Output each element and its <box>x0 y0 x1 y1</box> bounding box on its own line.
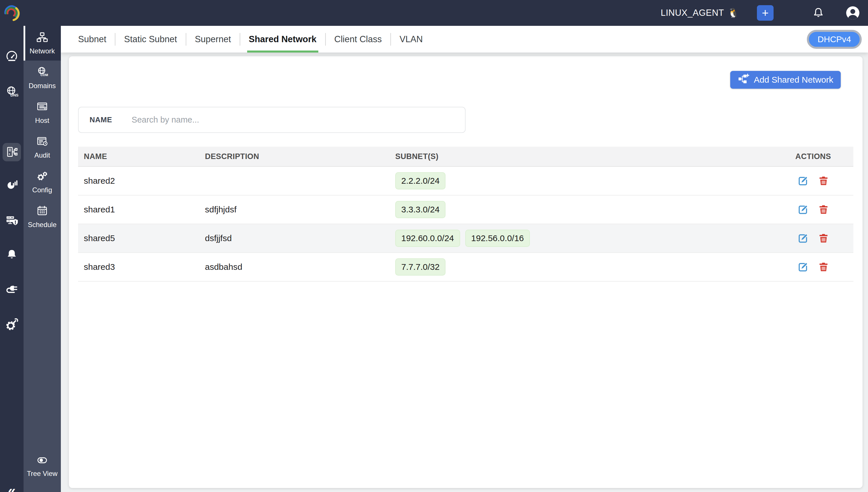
config-icon <box>36 170 48 183</box>
row-name: shared5 <box>78 233 205 243</box>
domains-icon: COM <box>36 66 48 79</box>
search-box: NAME <box>78 107 466 133</box>
topbar: LINUX_AGENT 🐧 + <box>0 0 868 26</box>
table-header: NAME DESCRIPTION SUBNET(S) ACTIONS <box>78 147 853 167</box>
sidebar-item-label: Network <box>30 47 55 55</box>
dns-icon[interactable]: DNS <box>0 85 24 99</box>
sidebar-item-label: Domains <box>29 82 56 90</box>
table-body: shared2 2.2.2.0/24 shared1 sdfjhjdsf 3.3… <box>78 167 853 281</box>
sidebar-item-tree-view[interactable]: Tree View <box>24 449 61 484</box>
column-header-description: DESCRIPTION <box>205 152 395 161</box>
tab-vlan[interactable]: VLAN <box>391 26 431 52</box>
row-actions <box>773 175 853 187</box>
sidebar-item-config[interactable]: Config <box>24 165 61 199</box>
table-row: shared5 dsfjjfsd 192.60.0.0/24192.56.0.0… <box>78 224 853 253</box>
dashboard-icon[interactable] <box>0 49 24 62</box>
tab-supernet[interactable]: Supernet <box>186 26 240 52</box>
row-actions <box>773 204 853 215</box>
sidebar-item-label: Host <box>35 117 49 125</box>
content-card: Add Shared Network NAME NAME DESCRIPTION… <box>69 56 863 488</box>
connections-plug-icon[interactable] <box>0 282 24 296</box>
column-header-actions: ACTIONS <box>773 152 853 161</box>
row-description: asdbahsd <box>205 262 395 272</box>
column-header-subnets: SUBNET(S) <box>395 152 773 161</box>
tabbar: SubnetStatic SubnetSupernetShared Networ… <box>61 26 868 52</box>
svg-text:DNS: DNS <box>10 93 18 97</box>
sidebar-item-domains[interactable]: COM Domains <box>24 60 61 95</box>
topbar-actions: LINUX_AGENT 🐧 + <box>661 5 868 21</box>
search-name-label: NAME <box>90 115 112 124</box>
row-subnets: 3.3.3.0/24 <box>395 201 773 218</box>
agent-label: LINUX_AGENT 🐧 <box>661 7 739 18</box>
shared-network-table: NAME DESCRIPTION SUBNET(S) ACTIONS share… <box>78 147 853 281</box>
row-name: shared3 <box>78 262 205 272</box>
subnet-chip: 2.2.2.0/24 <box>395 172 445 190</box>
edit-icon[interactable] <box>797 204 809 215</box>
column-header-name: NAME <box>78 152 205 161</box>
host-icon <box>36 101 48 114</box>
settings-gear-icon[interactable] <box>0 318 24 331</box>
delete-icon[interactable] <box>818 204 829 215</box>
main-content: SubnetStatic SubnetSupernetShared Networ… <box>61 26 868 492</box>
secondary-sidebar: Network COM Domains <box>24 26 61 492</box>
row-description: sdfjhjdsf <box>205 205 395 215</box>
sidebar-item-label: Tree View <box>27 470 58 478</box>
collapse-sidebar-icon[interactable]: « <box>0 484 24 492</box>
row-actions <box>773 232 853 244</box>
user-avatar[interactable] <box>846 6 860 20</box>
row-subnets: 192.60.0.0/24192.56.0.0/16 <box>395 230 773 247</box>
row-subnets: 2.2.2.0/24 <box>395 172 773 190</box>
row-name: shared2 <box>78 176 205 186</box>
subnet-chip: 3.3.3.0/24 <box>395 201 445 218</box>
row-actions <box>773 261 853 273</box>
sidebar-item-network[interactable]: Network <box>24 26 61 60</box>
add-shared-network-label: Add Shared Network <box>754 75 833 85</box>
edit-icon[interactable] <box>797 261 809 273</box>
tab-client-class[interactable]: Client Class <box>326 26 390 52</box>
penguin-icon: 🐧 <box>728 7 739 18</box>
tree-view-toggle-icon <box>36 454 48 467</box>
schedule-icon <box>36 205 48 218</box>
primary-sidebar: DNS <box>0 26 24 492</box>
delete-icon[interactable] <box>818 262 829 272</box>
row-subnets: 7.7.7.0/32 <box>395 259 773 275</box>
add-shared-network-button[interactable]: Add Shared Network <box>730 71 841 89</box>
edit-icon[interactable] <box>797 175 809 187</box>
tabs: SubnetStatic SubnetSupernetShared Networ… <box>70 26 431 52</box>
edit-icon[interactable] <box>797 232 809 244</box>
app-logo-icon[interactable] <box>0 5 24 21</box>
subnet-chip: 192.56.0.0/16 <box>465 230 530 247</box>
dhcp-mode-badge[interactable]: DHCPv4 <box>807 30 862 49</box>
table-row: shared2 2.2.2.0/24 <box>78 167 853 195</box>
sidebar-item-label: Config <box>32 186 52 194</box>
table-row: shared3 asdbahsd 7.7.7.0/32 <box>78 253 853 281</box>
audit-icon <box>36 136 48 149</box>
delete-icon[interactable] <box>818 175 829 186</box>
svg-text:COM: COM <box>41 73 48 77</box>
subnet-chip: 192.60.0.0/24 <box>395 230 460 247</box>
alerts-bell-icon[interactable] <box>0 248 24 260</box>
sidebar-item-host[interactable]: Host <box>24 95 61 130</box>
sidebar-item-label: Schedule <box>28 221 56 229</box>
add-network-icon <box>738 73 749 87</box>
row-description: dsfjjfsd <box>205 233 395 243</box>
subnet-chip: 7.7.7.0/32 <box>395 259 445 275</box>
tab-static-subnet[interactable]: Static Subnet <box>116 26 185 52</box>
sidebar-item-schedule[interactable]: Schedule <box>24 199 61 234</box>
stats-icon[interactable] <box>0 179 24 192</box>
security-icon[interactable] <box>0 214 24 227</box>
row-name: shared1 <box>78 205 205 215</box>
tab-shared-network[interactable]: Shared Network <box>240 26 325 52</box>
sidebar-item-audit[interactable]: Audit <box>24 130 61 165</box>
notifications-bell-icon[interactable] <box>812 7 824 19</box>
delete-icon[interactable] <box>818 233 829 244</box>
network-icon <box>36 31 48 45</box>
ipam-icon[interactable] <box>3 143 21 161</box>
sidebar-item-label: Audit <box>34 151 50 159</box>
search-input[interactable] <box>131 115 456 125</box>
sidebar-spacer <box>24 234 61 449</box>
add-quick-button[interactable]: + <box>757 5 774 21</box>
table-row: shared1 sdfjhjdsf 3.3.3.0/24 <box>78 195 853 224</box>
app-window: LINUX_AGENT 🐧 + <box>0 0 868 492</box>
tab-subnet[interactable]: Subnet <box>70 26 115 52</box>
